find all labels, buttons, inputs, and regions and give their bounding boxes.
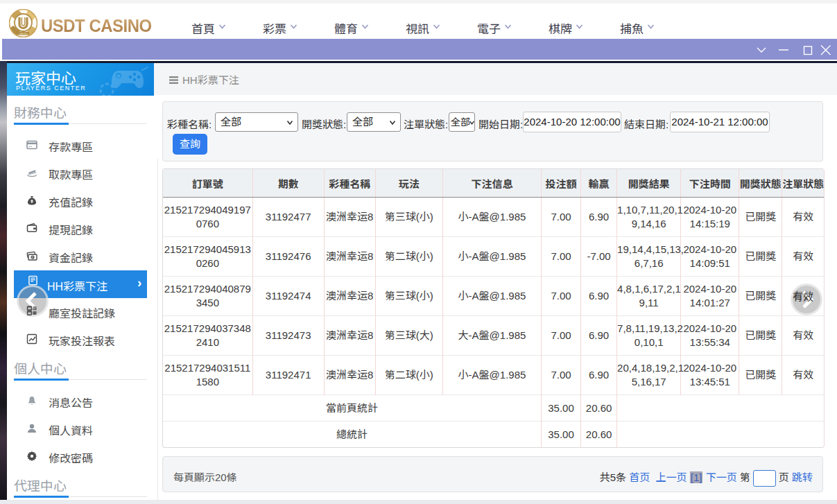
svg-text:CASINO: CASINO bbox=[19, 33, 28, 35]
